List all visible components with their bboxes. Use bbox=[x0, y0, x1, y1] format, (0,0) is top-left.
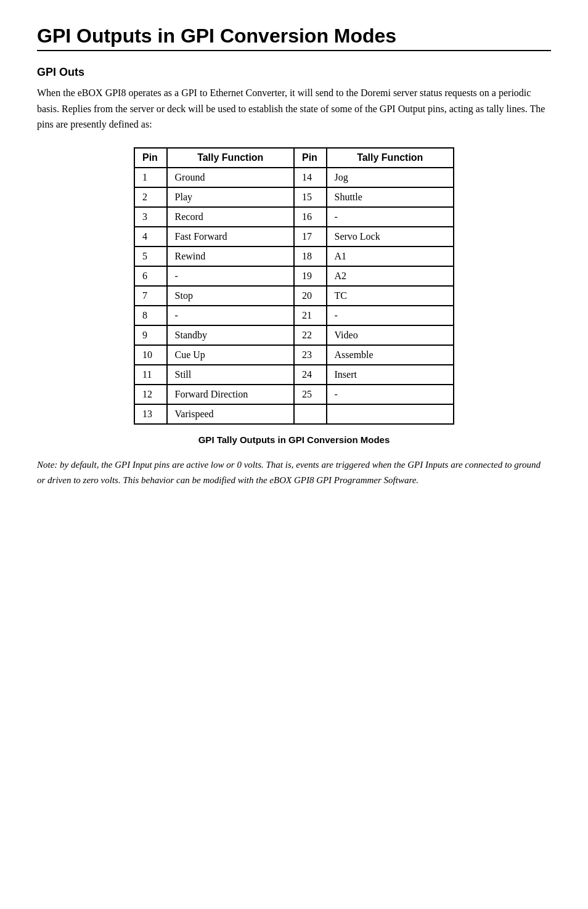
tally2-cell: Jog bbox=[327, 168, 454, 187]
tally1-cell: Record bbox=[167, 207, 294, 227]
tally2-cell: Servo Lock bbox=[327, 227, 454, 247]
tally1-cell: Cue Up bbox=[167, 345, 294, 365]
table-row: 5Rewind18A1 bbox=[134, 247, 454, 266]
table-row: 10Cue Up23Assemble bbox=[134, 345, 454, 365]
pin2-cell: 20 bbox=[294, 286, 327, 306]
tally2-cell: - bbox=[327, 306, 454, 325]
col-tally1-header: Tally Function bbox=[167, 148, 294, 168]
tally2-cell: Assemble bbox=[327, 345, 454, 365]
tally1-cell: Fast Forward bbox=[167, 227, 294, 247]
pin2-cell: 22 bbox=[294, 325, 327, 345]
tally2-cell: Video bbox=[327, 325, 454, 345]
pin1-cell: 3 bbox=[134, 207, 167, 227]
table-row: 3Record16- bbox=[134, 207, 454, 227]
note-paragraph: Note: by default, the GPI Input pins are… bbox=[37, 457, 551, 488]
table-row: 1Ground14Jog bbox=[134, 168, 454, 187]
tally2-cell: Shuttle bbox=[327, 187, 454, 207]
section-heading: GPI Outs bbox=[37, 66, 551, 79]
tally1-cell: - bbox=[167, 266, 294, 286]
pin2-cell: 18 bbox=[294, 247, 327, 266]
tally1-cell: Standby bbox=[167, 325, 294, 345]
tally1-cell: Ground bbox=[167, 168, 294, 187]
pin2-cell: 17 bbox=[294, 227, 327, 247]
pin1-cell: 4 bbox=[134, 227, 167, 247]
page-title: GPI Outputs in GPI Conversion Modes bbox=[37, 25, 551, 51]
pin2-cell bbox=[294, 404, 327, 424]
pin2-cell: 25 bbox=[294, 385, 327, 404]
pin1-cell: 13 bbox=[134, 404, 167, 424]
table-caption: GPI Tally Outputs in GPI Conversion Mode… bbox=[37, 434, 551, 445]
pin-table-wrapper: Pin Tally Function Pin Tally Function 1G… bbox=[37, 147, 551, 425]
tally2-cell: Insert bbox=[327, 365, 454, 385]
col-tally2-header: Tally Function bbox=[327, 148, 454, 168]
pin1-cell: 11 bbox=[134, 365, 167, 385]
table-header-row: Pin Tally Function Pin Tally Function bbox=[134, 148, 454, 168]
pin2-cell: 21 bbox=[294, 306, 327, 325]
pin1-cell: 8 bbox=[134, 306, 167, 325]
table-row: 6-19A2 bbox=[134, 266, 454, 286]
pin1-cell: 5 bbox=[134, 247, 167, 266]
tally1-cell: Stop bbox=[167, 286, 294, 306]
pin1-cell: 9 bbox=[134, 325, 167, 345]
table-row: 12Forward Direction25- bbox=[134, 385, 454, 404]
pin1-cell: 12 bbox=[134, 385, 167, 404]
tally1-cell: Forward Direction bbox=[167, 385, 294, 404]
table-row: 8-21- bbox=[134, 306, 454, 325]
pin2-cell: 16 bbox=[294, 207, 327, 227]
pin1-cell: 7 bbox=[134, 286, 167, 306]
col-pin1-header: Pin bbox=[134, 148, 167, 168]
tally2-cell: A1 bbox=[327, 247, 454, 266]
tally1-cell: - bbox=[167, 306, 294, 325]
tally2-cell: A2 bbox=[327, 266, 454, 286]
tally1-cell: Play bbox=[167, 187, 294, 207]
table-row: 9Standby22Video bbox=[134, 325, 454, 345]
table-row: 11Still24Insert bbox=[134, 365, 454, 385]
pin-table: Pin Tally Function Pin Tally Function 1G… bbox=[134, 147, 454, 425]
pin2-cell: 24 bbox=[294, 365, 327, 385]
table-row: 4Fast Forward17Servo Lock bbox=[134, 227, 454, 247]
tally1-cell: Varispeed bbox=[167, 404, 294, 424]
tally1-cell: Still bbox=[167, 365, 294, 385]
tally2-cell: TC bbox=[327, 286, 454, 306]
pin2-cell: 23 bbox=[294, 345, 327, 365]
pin2-cell: 14 bbox=[294, 168, 327, 187]
tally2-cell: - bbox=[327, 207, 454, 227]
table-row: 7Stop20TC bbox=[134, 286, 454, 306]
table-row: 13Varispeed bbox=[134, 404, 454, 424]
tally1-cell: Rewind bbox=[167, 247, 294, 266]
intro-paragraph: When the eBOX GPI8 operates as a GPI to … bbox=[37, 85, 551, 132]
col-pin2-header: Pin bbox=[294, 148, 327, 168]
pin2-cell: 15 bbox=[294, 187, 327, 207]
pin1-cell: 6 bbox=[134, 266, 167, 286]
pin2-cell: 19 bbox=[294, 266, 327, 286]
pin1-cell: 2 bbox=[134, 187, 167, 207]
tally2-cell: - bbox=[327, 385, 454, 404]
table-row: 2Play15Shuttle bbox=[134, 187, 454, 207]
pin1-cell: 1 bbox=[134, 168, 167, 187]
pin1-cell: 10 bbox=[134, 345, 167, 365]
tally2-cell bbox=[327, 404, 454, 424]
